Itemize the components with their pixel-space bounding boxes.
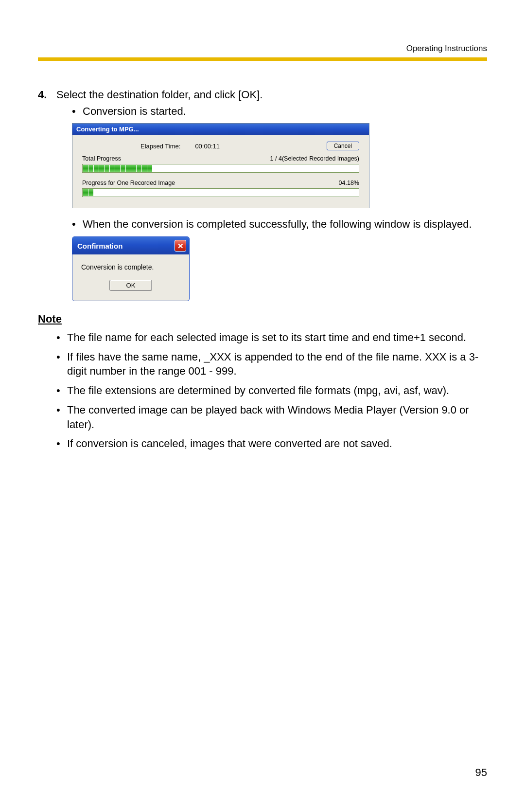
- bullet-icon: •: [56, 330, 67, 345]
- note-item: • The file name for each selected image …: [56, 330, 487, 345]
- page-number: 95: [475, 766, 487, 779]
- note-heading: Note: [38, 313, 487, 325]
- step-4: 4. Select the destination folder, and cl…: [38, 88, 487, 102]
- note-item: • If conversion is canceled, images that…: [56, 436, 487, 451]
- note-list: • The file name for each selected image …: [56, 330, 487, 451]
- document-page: Operating Instructions 4. Select the des…: [0, 0, 525, 812]
- step-text: Select the destination folder, and click…: [56, 88, 487, 102]
- substep-completed: • When the conversion is completed succe…: [72, 217, 487, 232]
- note-text: If conversion is canceled, images that w…: [67, 436, 487, 451]
- confirmation-message: Conversion is complete.: [79, 263, 182, 271]
- note-item: • The file extensions are determined by …: [56, 383, 487, 398]
- step-number: 4.: [38, 88, 56, 102]
- note-text: If files have the same name, _XXX is app…: [67, 350, 487, 379]
- confirmation-title: Confirmation: [77, 242, 122, 250]
- ok-button[interactable]: OK: [109, 280, 153, 291]
- bullet-icon: •: [56, 436, 67, 451]
- one-image-progress-bar: [82, 188, 359, 197]
- progress-dialog: Converting to MPG... Elapsed Time: 00:00…: [72, 123, 369, 208]
- one-image-progress-label: Progress for One Recorded Image: [82, 180, 175, 186]
- substep-text: Conversion is started.: [83, 104, 487, 119]
- bullet-icon: •: [56, 383, 67, 398]
- bullet-icon: •: [56, 350, 67, 379]
- elapsed-time-value: 00:00:11: [195, 143, 220, 150]
- close-button[interactable]: ✕: [175, 240, 186, 252]
- progress-titlebar: Converting to MPG...: [72, 124, 369, 135]
- elapsed-time-label: Elapsed Time:: [140, 143, 180, 150]
- substep-text: When the conversion is completed success…: [83, 217, 487, 232]
- note-item: • If files have the same name, _XXX is a…: [56, 350, 487, 379]
- substep-conversion-started: • Conversion is started.: [72, 104, 487, 119]
- total-progress-label: Total Progress: [82, 155, 121, 162]
- total-progress-count: 1 / 4(Selected Recorded Images): [270, 155, 359, 162]
- bullet-icon: •: [72, 217, 83, 232]
- confirmation-titlebar: Confirmation ✕: [72, 237, 189, 254]
- close-icon: ✕: [177, 242, 184, 250]
- bullet-icon: •: [56, 403, 67, 432]
- progress-title: Converting to MPG...: [76, 126, 139, 133]
- note-text: The file name for each selected image is…: [67, 330, 487, 345]
- note-item: • The converted image can be played back…: [56, 403, 487, 432]
- header-divider: [38, 57, 487, 61]
- bullet-icon: •: [72, 104, 83, 119]
- confirmation-dialog: Confirmation ✕ Conversion is complete. O…: [72, 236, 190, 301]
- total-progress-bar: [82, 164, 359, 173]
- cancel-button[interactable]: Cancel: [327, 142, 359, 150]
- page-header: Operating Instructions: [38, 44, 487, 54]
- note-text: The file extensions are determined by co…: [67, 383, 487, 398]
- note-text: The converted image can be played back w…: [67, 403, 487, 432]
- one-image-progress-percent: 04.18%: [339, 180, 359, 186]
